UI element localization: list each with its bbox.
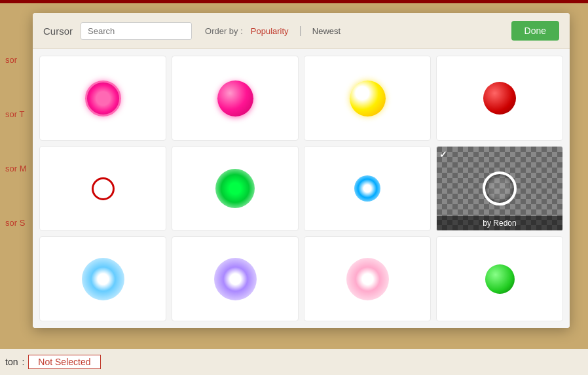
- cursor-purple-ball-glow-icon: [214, 258, 257, 300]
- cursor-item-10[interactable]: [172, 236, 299, 321]
- order-divider: |: [299, 25, 302, 37]
- search-input[interactable]: [81, 22, 192, 40]
- cursor-green-glow-icon: [215, 169, 255, 208]
- order-popularity-link[interactable]: Popularity: [251, 26, 289, 36]
- cursor-item-4[interactable]: [436, 56, 563, 141]
- cursor-item-5[interactable]: [39, 146, 166, 231]
- cursor-item-1[interactable]: [39, 56, 166, 141]
- cursor-item-11[interactable]: [304, 236, 431, 321]
- page-bottom-bar: ton : Not Selected: [0, 349, 588, 375]
- cursor-red-ball-icon: [483, 82, 516, 115]
- cursor-item-3[interactable]: [304, 56, 431, 141]
- order-newest-link[interactable]: Newest: [312, 26, 340, 36]
- bottom-colon: :: [22, 357, 24, 367]
- cursor-yellow-ring-icon: [350, 80, 386, 116]
- cursor-red-ring-icon: [92, 177, 115, 200]
- by-label: by Redon: [437, 216, 562, 230]
- cursor-pink-ball-icon: [217, 80, 253, 116]
- order-by-label: Order by :: [205, 26, 243, 36]
- cursor-item-8[interactable]: ✓ by Redon: [436, 146, 563, 231]
- not-selected-value: Not Selected: [28, 355, 100, 369]
- cursor-item-9[interactable]: [39, 236, 166, 321]
- cursor-modal: Cursor Order by : Popularity | Newest Do…: [33, 13, 570, 328]
- cursor-white-ring-icon: [483, 171, 517, 205]
- cursor-item-7[interactable]: [304, 146, 431, 231]
- cursor-grid: ✓ by Redon: [33, 49, 570, 328]
- cursor-pink-glow-icon: [346, 258, 389, 300]
- cursor-blue-glow-icon: [354, 175, 380, 202]
- cursor-green-solid-icon: [485, 264, 515, 294]
- modal-header: Cursor Order by : Popularity | Newest Do…: [33, 13, 570, 49]
- cursor-item-2[interactable]: [172, 56, 299, 141]
- cursor-label: Cursor: [43, 26, 73, 37]
- bottom-label: ton: [5, 357, 18, 367]
- cursor-pink-ring-icon: [85, 80, 121, 116]
- top-bar: [0, 0, 588, 3]
- cursor-item-6[interactable]: [172, 146, 299, 231]
- cursor-blue-ball-glow-icon: [82, 258, 124, 300]
- selected-checkmark: ✓: [439, 149, 447, 160]
- cursor-item-12[interactable]: [436, 236, 563, 321]
- done-button[interactable]: Done: [511, 21, 559, 41]
